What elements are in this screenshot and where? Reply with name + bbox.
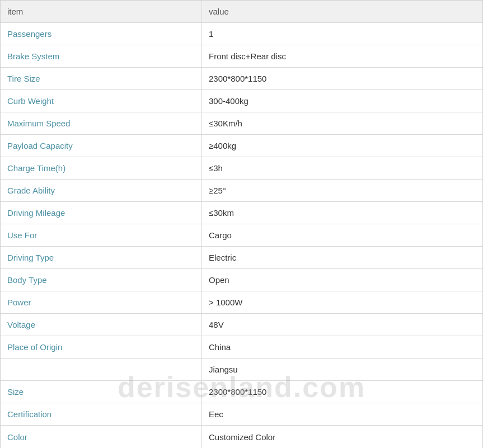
cell-value: ≥25° <box>202 180 482 201</box>
cell-item: Driving Type <box>1 247 202 268</box>
cell-item: Voltage <box>1 314 202 336</box>
cell-value: > 1000W <box>202 291 482 313</box>
cell-value: Cargo <box>202 224 482 246</box>
cell-item: Power <box>1 291 202 313</box>
cell-value: Eec <box>202 403 482 425</box>
table-row: Jiangsu <box>1 359 482 381</box>
cell-item: Passengers <box>1 23 202 45</box>
cell-value: Customized Color <box>202 426 482 448</box>
cell-value: 2300*800*1150 <box>202 381 482 403</box>
cell-value: ≤30km <box>202 202 482 224</box>
cell-item: Maximum Speed <box>1 112 202 134</box>
table-row: Brake SystemFront disc+Rear disc <box>1 45 482 68</box>
cell-item: Tire Size <box>1 68 202 89</box>
cell-item <box>1 359 202 380</box>
cell-item: Body Type <box>1 269 202 291</box>
cell-item: Payload Capacity <box>1 135 202 157</box>
cell-value: Electric <box>202 247 482 268</box>
cell-item: Place of Origin <box>1 336 202 358</box>
table-row: Use ForCargo <box>1 224 482 247</box>
cell-item: Brake System <box>1 45 202 67</box>
cell-value: Front disc+Rear disc <box>202 45 482 67</box>
cell-value: 300-400kg <box>202 90 482 112</box>
cell-item: Charge Time(h) <box>1 157 202 179</box>
cell-value: 48V <box>202 314 482 336</box>
table-row: Voltage48V <box>1 314 482 336</box>
table-row: Driving TypeElectric <box>1 247 482 269</box>
cell-value: ≥400kg <box>202 135 482 157</box>
header-value: value <box>202 1 482 22</box>
table-row: Maximum Speed≤30Km/h <box>1 112 482 135</box>
cell-value: Open <box>202 269 482 291</box>
specs-table: item value Passengers1Brake SystemFront … <box>0 0 483 448</box>
cell-value: 1 <box>202 23 482 45</box>
table-row: ColorCustomized Color <box>1 426 482 448</box>
cell-item: Grade Ability <box>1 180 202 201</box>
table-row: Charge Time(h)≤3h <box>1 157 482 180</box>
table-row: Size2300*800*1150 <box>1 381 482 403</box>
cell-item: Driving Mileage <box>1 202 202 224</box>
cell-item: Curb Weight <box>1 90 202 112</box>
table-row: Payload Capacity≥400kg <box>1 135 482 157</box>
table-row: Place of OriginChina <box>1 336 482 359</box>
table-row: Body TypeOpen <box>1 269 482 291</box>
header-item: item <box>1 1 202 22</box>
cell-value: ≤3h <box>202 157 482 179</box>
table-row: Passengers1 <box>1 23 482 45</box>
table-row: Tire Size2300*800*1150 <box>1 68 482 90</box>
table-row: Driving Mileage≤30km <box>1 202 482 224</box>
table-row: CertificationEec <box>1 403 482 426</box>
table-row: Grade Ability≥25° <box>1 180 482 202</box>
table-row: Power> 1000W <box>1 291 482 314</box>
cell-value: 2300*800*1150 <box>202 68 482 89</box>
cell-item: Certification <box>1 403 202 425</box>
cell-item: Use For <box>1 224 202 246</box>
cell-value: Jiangsu <box>202 359 482 380</box>
table-row: Curb Weight300-400kg <box>1 90 482 112</box>
cell-value: China <box>202 336 482 358</box>
table-header: item value <box>1 1 482 23</box>
cell-value: ≤30Km/h <box>202 112 482 134</box>
cell-item: Size <box>1 381 202 403</box>
cell-item: Color <box>1 426 202 448</box>
